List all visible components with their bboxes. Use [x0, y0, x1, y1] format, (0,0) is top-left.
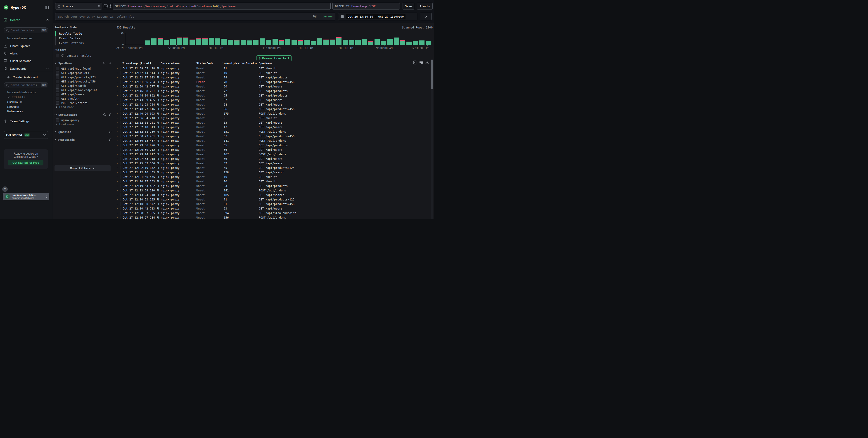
select-clause-input[interactable]: SELECT Timestamp,ServiceName,StatusCode,… — [113, 3, 331, 9]
table-row[interactable]: ›Oct 27 12:13:24.048 PMnginx-proxyUnset1… — [114, 193, 431, 197]
table-row[interactable]: ›Oct 27 12:27:33.918 PMnginx-proxyUnset5… — [114, 157, 431, 161]
table-row[interactable]: ›Oct 27 12:41:23.754 PMnginx-proxyUnset5… — [114, 102, 431, 107]
preset-item-kubernetes[interactable]: Kubernetes — [7, 110, 23, 113]
checkbox[interactable] — [56, 88, 59, 92]
table-row[interactable]: ›Oct 27 12:25:42.306 PMnginx-proxyUnset4… — [114, 161, 431, 165]
table-row[interactable]: ›Oct 27 12:29:14.817 PMnginx-proxyUnset1… — [114, 152, 431, 157]
row-expand-chevron-icon[interactable]: › — [114, 194, 121, 196]
table-row[interactable]: ›Oct 27 12:10:50.572 PMnginx-proxyUnset6… — [114, 202, 431, 206]
filter-value-checkbox[interactable]: GET /api/products/456 — [56, 79, 110, 83]
row-expand-chevron-icon[interactable]: › — [114, 175, 121, 178]
histogram-bar[interactable] — [170, 33, 176, 45]
row-expand-chevron-icon[interactable]: › — [114, 85, 121, 88]
table-row[interactable]: ›Oct 27 12:10:42.713 PMnginx-proxyUnset5… — [114, 206, 431, 211]
histogram-bar[interactable] — [241, 33, 246, 45]
column-header-0[interactable]: Timestamp (Local) — [121, 62, 159, 66]
column-resize-handle[interactable]: ⋮ — [257, 62, 259, 65]
user-menu[interactable]: D dominic.tran@clic... dominic.tran@clic… — [3, 193, 49, 200]
histogram-bar[interactable] — [343, 33, 348, 45]
histogram-bar[interactable] — [202, 33, 207, 45]
orderby-clause-input[interactable]: ORDER BY Timestamp DESC — [333, 3, 400, 9]
histogram-bar[interactable] — [330, 33, 335, 45]
column-header-2[interactable]: ⋮StatusCode — [194, 62, 222, 66]
row-expand-chevron-icon[interactable]: › — [114, 139, 121, 142]
get-started-free-button[interactable]: Get Started for Free — [8, 160, 43, 165]
sidebar-item-alerts[interactable]: Alerts — [4, 51, 49, 55]
table-row[interactable]: ›Oct 27 12:10:53.155 PMnginx-proxyUnset7… — [114, 197, 431, 202]
column-resize-handle[interactable]: ⋮ — [222, 62, 224, 65]
histogram-bar[interactable] — [164, 33, 169, 45]
table-row[interactable]: ›Oct 27 12:36:54.210 PMnginx-proxyUnset9… — [114, 116, 431, 120]
histogram-bar[interactable] — [413, 33, 418, 45]
row-expand-chevron-icon[interactable]: › — [114, 112, 121, 115]
filter-value-checkbox[interactable]: POST /api/orders — [56, 101, 110, 105]
preset-item-clickhouse[interactable]: ClickHouse — [7, 100, 23, 104]
histogram-bar[interactable] — [247, 33, 252, 45]
histogram-bar[interactable] — [317, 33, 322, 45]
histogram-bar[interactable] — [419, 33, 424, 45]
lang-sql-toggle[interactable]: SQL — [313, 15, 317, 18]
filter-group-spankind[interactable]: SpanKind — [55, 130, 112, 134]
histogram-bar[interactable] — [221, 33, 227, 45]
row-expand-chevron-icon[interactable]: › — [114, 144, 121, 147]
filter-value-checkbox[interactable]: GET /api/products — [56, 71, 110, 75]
histogram-bar[interactable] — [189, 33, 195, 45]
histogram-bar[interactable] — [228, 33, 233, 45]
table-row[interactable]: ›Oct 27 12:32:08.750 PMnginx-proxyUnset1… — [114, 129, 431, 134]
histogram-bar[interactable] — [266, 33, 271, 45]
histogram-bar[interactable] — [311, 33, 316, 45]
table-row[interactable]: ›Oct 27 12:32:58.201 PMnginx-proxyUnset5… — [114, 120, 431, 125]
checkbox[interactable] — [56, 54, 59, 58]
table-row[interactable]: ›Oct 27 12:44:10.832 PMnginx-proxyUnset9… — [114, 93, 431, 98]
row-expand-chevron-icon[interactable]: › — [114, 166, 121, 169]
table-row[interactable]: ›Oct 27 12:30:23.261 PMnginx-proxyUnset6… — [114, 134, 431, 138]
table-row[interactable]: ›Oct 27 12:20:27.133 PMnginx-proxyUnset1… — [114, 179, 431, 183]
histogram-bar[interactable] — [323, 33, 329, 45]
histogram-bar[interactable] — [336, 33, 341, 45]
histogram-bar[interactable] — [215, 33, 220, 45]
help-button[interactable]: ? — [2, 187, 8, 192]
histogram-bar[interactable] — [394, 33, 399, 45]
histogram-bar[interactable] — [362, 33, 367, 45]
more-filters-button[interactable]: More filters — [55, 165, 111, 171]
row-expand-chevron-icon[interactable]: › — [114, 216, 121, 219]
histogram-bar[interactable] — [132, 33, 137, 45]
row-expand-chevron-icon[interactable]: › — [114, 157, 121, 160]
column-header-3[interactable]: ⋮round(divide(Duration, — [222, 62, 257, 66]
saved-searches-input[interactable]: Saved Searches ⌘K — [4, 27, 49, 33]
row-expand-chevron-icon[interactable]: › — [114, 153, 121, 156]
create-dashboard-button[interactable]: Create Dashboard — [7, 75, 50, 79]
denoise-results-checkbox[interactable]: Denoise Results — [56, 54, 110, 58]
row-expand-chevron-icon[interactable]: › — [114, 76, 121, 79]
histogram-bar[interactable] — [158, 33, 163, 45]
filter-value-checkbox[interactable]: GET /api/products/123 — [56, 75, 110, 79]
table-row[interactable]: ›Oct 27 12:40:20.093 PMnginx-proxyUnset1… — [114, 111, 431, 116]
pin-icon[interactable] — [108, 138, 112, 141]
table-row[interactable]: ›Oct 27 12:30:13.437 PMnginx-proxyUnset1… — [114, 138, 431, 143]
histogram-bar[interactable] — [406, 33, 412, 45]
histogram-bar[interactable] — [260, 33, 265, 45]
histogram-bar[interactable] — [151, 33, 156, 45]
load-more-button[interactable]: Load more — [56, 123, 74, 126]
table-row[interactable]: ›Oct 27 12:22:10.403 PMnginx-proxyUnset2… — [114, 170, 431, 174]
table-row[interactable]: ›Oct 27 12:21:36.435 PMnginx-proxyUnset1… — [114, 174, 431, 179]
histogram-bar[interactable] — [368, 33, 373, 45]
sidebar-item-search[interactable]: Search — [4, 18, 49, 22]
sidebar-item-team-settings[interactable]: Team Settings — [4, 119, 49, 123]
row-expand-chevron-icon[interactable]: › — [114, 180, 121, 183]
row-expand-chevron-icon[interactable]: › — [114, 67, 121, 70]
checkbox[interactable] — [56, 71, 59, 75]
table-row[interactable]: ›Oct 27 12:29:30.712 PMnginx-proxyUnset5… — [114, 147, 431, 152]
filter-value-checkbox[interactable]: GET /api/search — [56, 84, 110, 88]
filter-value-checkbox[interactable]: GET /api/slow-endpoint — [56, 88, 110, 92]
preset-item-services[interactable]: Services — [7, 105, 19, 108]
filter-group-servicename[interactable]: ServiceName — [55, 112, 112, 116]
table-row[interactable]: ›Oct 27 12:57:14.313 PMnginx-proxyUnset1… — [114, 70, 431, 75]
code-mode-icon[interactable] — [103, 4, 107, 8]
row-expand-chevron-icon[interactable]: › — [114, 90, 121, 93]
collapse-sidebar-icon[interactable] — [45, 6, 49, 9]
column-header-1[interactable]: ⋮ServiceName — [159, 62, 194, 66]
search-icon[interactable] — [103, 62, 106, 65]
table-row[interactable]: ›Oct 27 12:51:36.784 PMnginx-proxyError7… — [114, 79, 431, 84]
histogram-bar[interactable] — [355, 33, 361, 45]
